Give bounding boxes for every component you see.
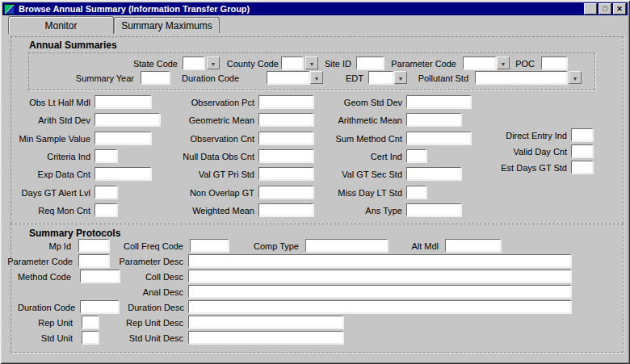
req-mon-cnt-label: Req Mon Cnt [6,206,90,215]
window-title: Browse Annual Summary (Information Trans… [19,4,250,14]
valid-day-cnt-input[interactable] [571,144,593,157]
val-gt-sec-std-input[interactable] [406,167,461,180]
state-code-input[interactable] [183,56,204,69]
days-gt-alert-lvl-input[interactable] [94,186,117,199]
state-code-label: State Code [97,59,178,69]
sum-method-cnt-label: Sum Method Cnt [305,134,402,144]
duration-desc-label: Duration Desc [120,303,184,312]
comp-type-input[interactable] [305,239,388,252]
maximize-icon: □ [603,6,607,13]
pollutant-std-label: Pollutant Std [389,73,468,83]
geometric-mean-label: Geometric Mean [152,115,254,125]
std-unit-input[interactable] [82,331,99,344]
tab-summary-maximums-label: Summary Maximums [121,20,212,31]
criteria-ind-label: Criteria Ind [6,152,90,161]
est-days-gt-std-input[interactable] [571,161,593,174]
sp-duration-code-label: Duration Code [11,303,75,312]
alt-mdl-input[interactable] [445,239,501,252]
coll-freq-code-label: Coll Freq Code [112,241,183,251]
tab-monitor[interactable]: Monitor [8,16,114,34]
minimize-icon: _ [588,8,592,15]
weighted-mean-label: Weighted Mean [152,206,254,215]
cert-ind-input[interactable] [406,149,426,162]
alt-mdl-label: Alt Mdl [399,241,439,251]
close-button[interactable]: ✕ [613,3,626,15]
direct-entry-ind-input[interactable] [571,128,593,141]
method-code-input[interactable] [80,270,120,282]
parameter-desc-label: Parameter Desc [116,257,183,266]
days-gt-alert-lvl-label: Days GT Alert Lvl [6,188,90,198]
criteria-ind-input[interactable] [94,149,117,162]
geom-std-dev-input[interactable] [406,95,471,108]
req-mon-cnt-input[interactable] [94,203,117,216]
mp-id-input[interactable] [78,239,109,252]
minimize-button[interactable]: _ [584,3,597,15]
annual-summaries-heading: Annual Summaries [29,40,117,51]
tab-monitor-label: Monitor [44,20,77,31]
arithmetic-mean-label: Arithmetic Mean [305,115,402,125]
poc-label: POC [486,59,535,69]
sp-parameter-code-label: Parameter Code [5,257,73,266]
miss-day-lt-std-input[interactable] [406,186,426,199]
rep-unit-desc-input[interactable] [188,316,343,328]
std-unit-desc-label: Std Unit Desc [115,333,183,343]
min-sample-value-input[interactable] [94,132,151,144]
obs-lt-half-mdl-label: Obs Lt Half Mdl [6,98,90,107]
obs-lt-half-mdl-input[interactable] [94,95,151,108]
valid-day-cnt-label: Valid Day Cnt [473,147,567,157]
app-icon [4,4,15,15]
rep-unit-input[interactable] [82,316,99,328]
arith-std-dev-input[interactable] [94,113,160,126]
cert-ind-label: Cert Ind [305,152,402,161]
miss-day-lt-std-label: Miss Day LT Std [305,188,402,198]
duration-code-input[interactable] [267,71,309,84]
min-sample-value-label: Min Sample Value [6,134,90,144]
std-unit-desc-input[interactable] [188,331,343,344]
sp-duration-code-input[interactable] [80,300,119,313]
parameter-desc-input[interactable] [188,254,571,267]
arith-std-dev-label: Arith Std Dev [6,115,90,125]
maximize-button[interactable]: □ [598,3,611,15]
rep-unit-label: Rep Unit [28,318,73,328]
direct-entry-ind-label: Direct Entry Ind [473,131,567,140]
est-days-gt-std-label: Est Days GT Std [473,163,567,173]
val-gt-sec-std-label: Val GT Sec Std [305,169,402,179]
val-gt-pri-std-label: Val GT Pri Std [152,169,254,179]
window-controls: _ □ ✕ [584,3,626,15]
observation-cnt-label: Observation Cnt [152,134,254,144]
tab-summary-maximums[interactable]: Summary Maximums [114,17,220,33]
close-icon: ✕ [616,6,623,13]
geom-std-dev-label: Geom Std Dev [305,98,402,107]
sp-parameter-code-input[interactable] [78,254,109,267]
rep-unit-desc-label: Rep Unit Desc [115,318,183,328]
browse-annual-summary-window: Browse Annual Summary (Information Trans… [0,0,630,364]
observation-pct-label: Observation Pct [152,98,254,107]
ans-type-label: Ans Type [305,206,402,215]
poc-input[interactable] [541,56,567,69]
county-code-label: County Code [202,59,279,69]
anal-desc-label: Anal Desc [128,287,183,297]
duration-code-label: Duration Code [158,73,239,83]
pollutant-std-dropdown-button[interactable]: ▼ [569,71,582,84]
summary-year-label: Summary Year [53,73,134,83]
site-id-label: Site ID [287,59,351,69]
non-overlap-gt-label: Non Overlap GT [152,188,254,198]
edt-label: EDT [317,73,363,83]
comp-type-label: Comp Type [241,241,299,251]
exp-data-cnt-label: Exp Data Cnt [6,169,90,179]
sum-method-cnt-input[interactable] [406,132,471,144]
chevron-down-icon: ▼ [573,76,578,82]
pollutant-std-input[interactable] [475,71,567,84]
ans-type-input[interactable] [406,203,461,216]
parameter-code-label: Parameter Code [380,59,456,69]
exp-data-cnt-input[interactable] [94,167,151,180]
title-bar: Browse Annual Summary (Information Trans… [2,2,628,15]
coll-freq-code-input[interactable] [190,239,229,252]
arithmetic-mean-input[interactable] [406,113,461,126]
anal-desc-input[interactable] [188,285,571,298]
std-unit-label: Std Unit [28,333,73,343]
duration-desc-input[interactable] [188,300,571,313]
summary-protocols-heading: Summary Protocols [29,228,120,239]
method-code-label: Method Code [11,272,71,282]
coll-desc-input[interactable] [188,270,571,282]
